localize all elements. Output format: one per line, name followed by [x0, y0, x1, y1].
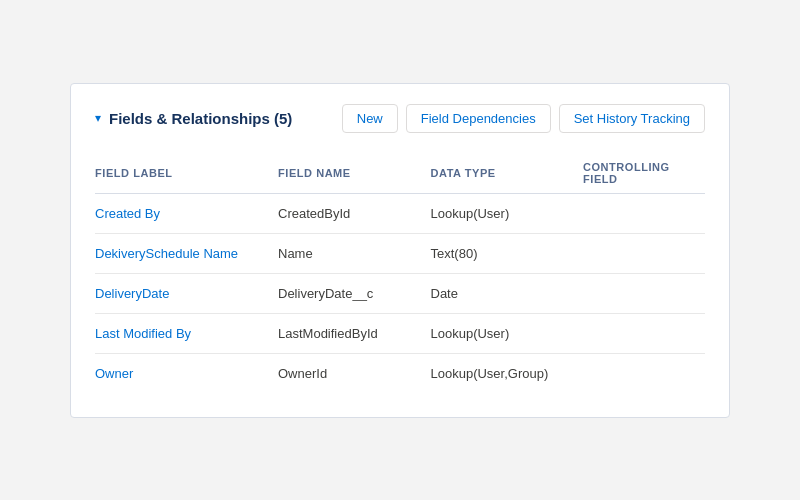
table-row: DekiverySchedule NameNameText(80) — [95, 233, 705, 273]
data-type-cell: Lookup(User,Group) — [431, 353, 584, 393]
field-name-cell: CreatedById — [278, 193, 431, 233]
controlling-field-cell — [583, 193, 705, 233]
set-history-tracking-button[interactable]: Set History Tracking — [559, 104, 705, 133]
chevron-down-icon[interactable]: ▾ — [95, 111, 101, 125]
col-header-field-name: FIELD NAME — [278, 153, 431, 194]
field-label-link[interactable]: Last Modified By — [95, 326, 191, 341]
table-row: DeliveryDateDeliveryDate__cDate — [95, 273, 705, 313]
controlling-field-cell — [583, 313, 705, 353]
field-name-cell: DeliveryDate__c — [278, 273, 431, 313]
controlling-field-cell — [583, 233, 705, 273]
col-header-field-label: FIELD LABEL — [95, 153, 278, 194]
header-left: ▾ Fields & Relationships (5) — [95, 110, 292, 127]
data-type-cell: Text(80) — [431, 233, 584, 273]
section-title: Fields & Relationships (5) — [109, 110, 292, 127]
card-header: ▾ Fields & Relationships (5) New Field D… — [95, 104, 705, 133]
field-dependencies-button[interactable]: Field Dependencies — [406, 104, 551, 133]
fields-table: FIELD LABEL FIELD NAME DATA TYPE CONTROL… — [95, 153, 705, 393]
data-type-cell: Lookup(User) — [431, 193, 584, 233]
table-row: Created ByCreatedByIdLookup(User) — [95, 193, 705, 233]
table-header-row: FIELD LABEL FIELD NAME DATA TYPE CONTROL… — [95, 153, 705, 194]
table-row: OwnerOwnerIdLookup(User,Group) — [95, 353, 705, 393]
field-name-cell: Name — [278, 233, 431, 273]
table-row: Last Modified ByLastModifiedByIdLookup(U… — [95, 313, 705, 353]
data-type-cell: Lookup(User) — [431, 313, 584, 353]
col-header-data-type: DATA TYPE — [431, 153, 584, 194]
controlling-field-cell — [583, 353, 705, 393]
field-label-link[interactable]: Created By — [95, 206, 160, 221]
field-label-link[interactable]: DeliveryDate — [95, 286, 169, 301]
col-header-controlling-field: CONTROLLING FIELD — [583, 153, 705, 194]
controlling-field-cell — [583, 273, 705, 313]
header-buttons: New Field Dependencies Set History Track… — [342, 104, 705, 133]
data-type-cell: Date — [431, 273, 584, 313]
field-name-cell: LastModifiedById — [278, 313, 431, 353]
fields-relationships-card: ▾ Fields & Relationships (5) New Field D… — [70, 83, 730, 418]
field-name-cell: OwnerId — [278, 353, 431, 393]
field-label-link[interactable]: Owner — [95, 366, 133, 381]
new-button[interactable]: New — [342, 104, 398, 133]
field-label-link[interactable]: DekiverySchedule Name — [95, 246, 238, 261]
